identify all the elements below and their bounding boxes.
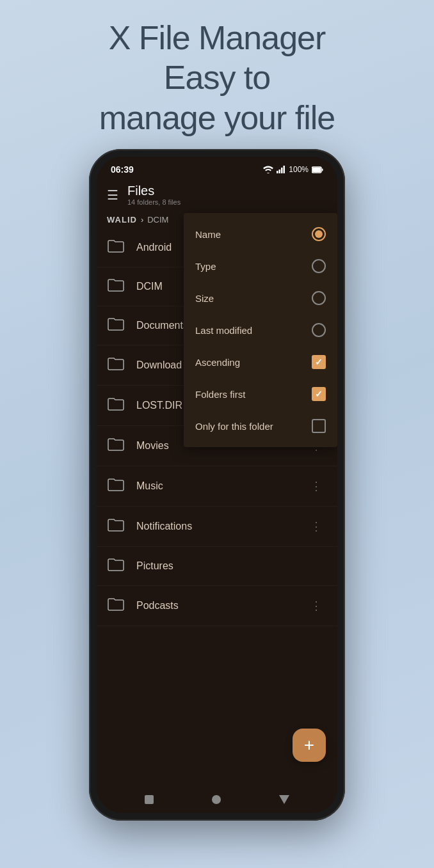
app-header: ☰ Files 14 folders, 8 files bbox=[97, 178, 337, 211]
file-name: Music bbox=[136, 480, 305, 492]
folder-icon bbox=[107, 437, 126, 455]
sort-onlyfolder-label: Only for this folder bbox=[195, 421, 273, 432]
header-title: Files bbox=[127, 184, 327, 198]
folder-icon bbox=[107, 278, 126, 296]
nav-bar bbox=[97, 789, 337, 813]
sort-ascending-label: Ascending bbox=[195, 357, 240, 368]
sort-size-item[interactable]: Size bbox=[184, 282, 337, 314]
sort-size-radio[interactable] bbox=[312, 291, 326, 305]
status-time: 06:39 bbox=[111, 164, 134, 175]
screen-content: 06:39 100% bbox=[97, 157, 337, 813]
phone-screen: 06:39 100% bbox=[97, 157, 337, 813]
svg-rect-0 bbox=[277, 171, 278, 173]
file-name: Pictures bbox=[136, 560, 327, 572]
sort-lastmodified-item[interactable]: Last modified bbox=[184, 314, 337, 346]
sort-lastmodified-radio[interactable] bbox=[312, 323, 326, 337]
breadcrumb-separator: › bbox=[141, 215, 143, 225]
wifi-icon bbox=[263, 166, 273, 173]
sort-dropdown[interactable]: Name Type Size Last modified bbox=[184, 213, 337, 447]
svg-rect-1 bbox=[279, 170, 281, 173]
svg-rect-2 bbox=[281, 168, 283, 173]
battery-icon bbox=[312, 166, 323, 173]
sort-onlyfolder-item[interactable]: Only for this folder bbox=[184, 410, 337, 442]
nav-dot-icon[interactable] bbox=[212, 795, 221, 804]
headline-line3: manage your file bbox=[99, 99, 335, 136]
list-item[interactable]: Notifications ⋮ bbox=[97, 507, 337, 547]
sort-lastmodified-label: Last modified bbox=[195, 325, 252, 336]
breadcrumb-current[interactable]: DCIM bbox=[147, 215, 168, 225]
sort-size-label: Size bbox=[195, 293, 214, 304]
sort-foldersfirst-item[interactable]: Folders first ✓ bbox=[184, 378, 337, 410]
list-item[interactable]: Music ⋮ bbox=[97, 466, 337, 507]
svg-rect-3 bbox=[284, 166, 285, 173]
status-icons: 100% bbox=[263, 165, 323, 174]
fab-button[interactable]: + bbox=[293, 729, 326, 762]
sort-onlyfolder-checkbox[interactable] bbox=[312, 419, 326, 433]
more-icon[interactable]: ⋮ bbox=[305, 596, 327, 615]
folder-icon bbox=[107, 517, 126, 535]
phone-frame: 06:39 100% bbox=[89, 149, 345, 821]
file-name: Podcasts bbox=[136, 600, 305, 612]
list-item[interactable]: Podcasts ⋮ bbox=[97, 586, 337, 626]
folder-icon bbox=[107, 557, 126, 575]
folder-icon bbox=[107, 597, 126, 615]
folder-icon bbox=[107, 317, 126, 335]
list-item[interactable]: Pictures bbox=[97, 547, 337, 586]
hamburger-icon[interactable]: ☰ bbox=[107, 187, 118, 203]
sort-type-radio[interactable] bbox=[312, 259, 326, 273]
folder-icon bbox=[107, 477, 126, 495]
headline: X File Manager Easy to manage your file bbox=[74, 0, 360, 149]
more-icon[interactable]: ⋮ bbox=[305, 517, 327, 536]
sort-name-radio[interactable] bbox=[312, 227, 326, 241]
headline-line1: X File Manager bbox=[109, 19, 326, 56]
sort-type-label: Type bbox=[195, 261, 216, 272]
battery-text: 100% bbox=[289, 165, 309, 174]
sort-foldersfirst-checkbox[interactable]: ✓ bbox=[312, 387, 326, 401]
headline-line2: Easy to bbox=[164, 59, 270, 96]
svg-rect-6 bbox=[312, 168, 321, 172]
sort-name-item[interactable]: Name bbox=[184, 218, 337, 250]
signal-icon bbox=[277, 166, 285, 173]
svg-rect-5 bbox=[322, 168, 323, 171]
sort-name-label: Name bbox=[195, 229, 221, 240]
sort-ascending-item[interactable]: Ascending ✓ bbox=[184, 346, 337, 378]
more-icon[interactable]: ⋮ bbox=[305, 477, 327, 496]
folder-icon bbox=[107, 397, 126, 414]
header-title-group: Files 14 folders, 8 files bbox=[127, 184, 327, 206]
folder-icon bbox=[107, 356, 126, 374]
header-subtitle: 14 folders, 8 files bbox=[127, 198, 327, 206]
folder-icon bbox=[107, 239, 126, 256]
sort-type-item[interactable]: Type bbox=[184, 250, 337, 282]
status-bar: 06:39 100% bbox=[97, 157, 337, 178]
nav-back-icon[interactable] bbox=[279, 795, 289, 804]
sort-ascending-checkbox[interactable]: ✓ bbox=[312, 355, 326, 369]
nav-square-icon[interactable] bbox=[145, 795, 154, 804]
sort-foldersfirst-label: Folders first bbox=[195, 389, 245, 400]
breadcrumb-root[interactable]: WALID bbox=[107, 215, 137, 225]
file-name: Notifications bbox=[136, 521, 305, 532]
